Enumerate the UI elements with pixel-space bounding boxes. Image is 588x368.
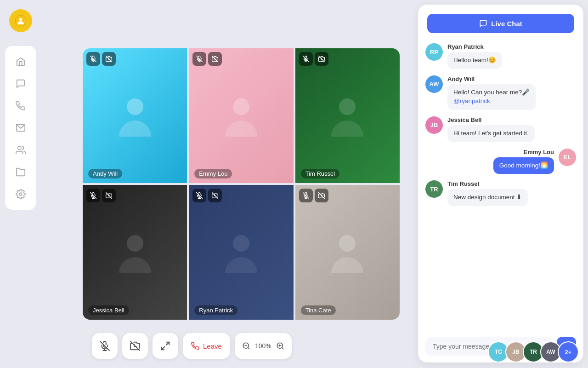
svg-point-4 [19, 193, 22, 196]
sidebar [0, 0, 41, 368]
video-cell-ryan-patrick: Ryan Patrick [189, 185, 293, 320]
msg-bubble-5: New design document ⬇ [447, 189, 528, 206]
live-chat-label: Live Chat [491, 20, 522, 28]
message-1: RP Ryan Patrick Helloo team!😊 [425, 43, 576, 69]
msg-bubble-3: Hi team! Let's get started it. [447, 125, 535, 142]
msg-content-1: Ryan Patrick Helloo team!😊 [447, 43, 502, 69]
svg-point-25 [233, 235, 249, 252]
svg-line-14 [212, 56, 218, 62]
message-2: AW Andy Will Hello! Can you hear me?🎤@ry… [425, 75, 576, 110]
msg-sender-4: Emmy Lou [524, 149, 554, 155]
participants-bar: TC JB TR AW 2+ [418, 341, 583, 362]
sidebar-item-home[interactable] [11, 52, 31, 72]
avatar-emmy-lou: EL [559, 149, 576, 166]
sidebar-nav [5, 46, 36, 210]
mic-off-btn-5[interactable] [192, 189, 206, 202]
avatar-jessica-bell: JB [425, 116, 443, 134]
mic-off-btn-4[interactable] [86, 189, 100, 202]
video-controls-3 [299, 52, 328, 66]
msg-sender-3: Jessica Bell [447, 116, 535, 123]
mic-off-btn-2[interactable] [192, 52, 206, 66]
video-name-2: Emmy Lou [194, 169, 232, 178]
avatar-ryan-patrick: RP [425, 43, 443, 61]
leave-label: Leave [203, 342, 222, 350]
svg-point-20 [127, 235, 143, 252]
zoom-control[interactable]: 100% [235, 333, 292, 359]
video-name-5: Ryan Patrick [194, 305, 237, 315]
svg-point-30 [339, 235, 356, 252]
camera-button[interactable] [122, 333, 148, 359]
cam-off-btn-2[interactable] [208, 52, 222, 66]
leave-button[interactable]: Leave [183, 333, 230, 359]
app-logo[interactable] [9, 9, 32, 32]
sidebar-item-calls[interactable] [11, 96, 31, 116]
video-controls-1 [86, 52, 116, 66]
msg-bubble-4: Good morning!🌅 [493, 157, 554, 174]
msg-sender-5: Tim Russel [447, 180, 528, 187]
video-controls-6 [299, 189, 328, 202]
message-3: JB Jessica Bell Hi team! Let's get start… [425, 116, 576, 142]
mention-ryanpatrick: @ryanpatrick [453, 98, 490, 104]
video-name-3: Tim Russel [301, 169, 340, 178]
bottom-toolbar: Leave 100% [92, 333, 292, 359]
mic-off-btn-1[interactable] [86, 52, 100, 66]
svg-line-9 [106, 56, 112, 62]
mic-off-btn-3[interactable] [299, 52, 313, 66]
sidebar-item-files[interactable] [11, 162, 31, 182]
msg-sender-2: Andy Will [447, 75, 536, 82]
avatar-tim-russel: TR [425, 180, 443, 198]
message-4: EL Emmy Lou Good morning!🌅 [425, 149, 576, 174]
svg-line-29 [212, 193, 218, 199]
chat-messages: RP Ryan Patrick Helloo team!😊 AW Andy Wi… [418, 39, 583, 330]
msg-content-4: Emmy Lou Good morning!🌅 [493, 149, 554, 174]
video-controls-2 [192, 52, 222, 66]
video-cell-tim-russel: Tim Russel [295, 48, 400, 183]
svg-line-34 [318, 193, 324, 199]
msg-content-2: Andy Will Hello! Can you hear me?🎤@ryanp… [447, 75, 536, 110]
msg-sender-1: Ryan Patrick [447, 43, 502, 50]
cam-off-btn-3[interactable] [315, 52, 328, 66]
svg-point-15 [339, 98, 356, 115]
svg-line-19 [318, 56, 324, 62]
chat-panel: Live Chat RP Ryan Patrick Helloo team!😊 … [418, 5, 583, 362]
svg-point-5 [127, 98, 143, 115]
video-controls-4 [86, 189, 116, 202]
svg-line-45 [282, 347, 283, 349]
expand-button[interactable] [153, 333, 178, 359]
video-cell-jessica-bell: Jessica Bell [83, 185, 187, 320]
sidebar-item-users[interactable] [11, 140, 31, 160]
chat-header: Live Chat [418, 5, 583, 39]
zoom-percent: 100% [255, 342, 271, 350]
mic-off-btn-6[interactable] [299, 189, 313, 202]
sidebar-item-settings[interactable] [11, 184, 31, 204]
video-controls-5 [192, 189, 222, 202]
video-cell-emmy-lou: Emmy Lou [189, 48, 293, 183]
msg-content-5: Tim Russel New design document ⬇ [447, 180, 528, 206]
msg-bubble-1: Helloo team!😊 [447, 52, 502, 69]
cam-off-btn-4[interactable] [102, 189, 116, 202]
sidebar-item-chat[interactable] [11, 74, 31, 94]
sidebar-item-inbox[interactable] [11, 118, 31, 138]
cam-off-btn-6[interactable] [315, 189, 328, 202]
message-5: TR Tim Russel New design document ⬇ [425, 180, 576, 206]
cam-off-btn-1[interactable] [102, 52, 116, 66]
video-grid: Andy Will [83, 48, 400, 320]
video-name-6: Tina Cate [301, 305, 336, 315]
avatar-andy-will: AW [425, 75, 443, 93]
video-cell-andy-will: Andy Will [83, 48, 187, 183]
svg-point-1 [19, 18, 22, 21]
video-name-4: Jessica Bell [88, 305, 129, 315]
svg-point-10 [233, 98, 249, 115]
mute-button[interactable] [92, 333, 118, 359]
svg-line-24 [106, 193, 112, 199]
svg-line-38 [130, 341, 140, 351]
svg-line-42 [248, 347, 249, 349]
msg-bubble-2: Hello! Can you hear me?🎤@ryanpatrick [447, 84, 536, 110]
video-name-1: Andy Will [88, 169, 122, 178]
msg-content-3: Jessica Bell Hi team! Let's get started … [447, 116, 535, 142]
more-participants-badge[interactable]: 2+ [558, 341, 579, 362]
main-video-area: Andy Will [41, 0, 441, 368]
svg-point-3 [18, 146, 21, 150]
cam-off-btn-5[interactable] [208, 189, 222, 202]
live-chat-button[interactable]: Live Chat [427, 14, 574, 33]
